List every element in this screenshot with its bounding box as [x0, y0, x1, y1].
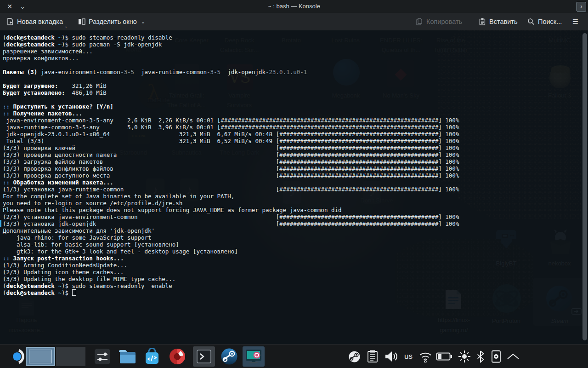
- settings-sliders-icon: [94, 348, 111, 365]
- tray-bluetooth-icon[interactable]: [475, 347, 486, 366]
- taskbar-spectacle-button[interactable]: [243, 346, 265, 367]
- terminal-output: (deck@steamdeck ~)$ sudo steamos-readonl…: [3, 34, 459, 296]
- tray-brightness-icon[interactable]: [457, 347, 472, 366]
- split-window-button[interactable]: Разделить окно ⌄: [78, 13, 145, 30]
- terminal-line: (2/3) установка java-environment-common …: [3, 213, 459, 220]
- terminal-line: For the complete set of Java binaries to…: [3, 193, 459, 200]
- terminal-line: Будет установлено: 486,10 MiB: [3, 89, 459, 96]
- split-window-chevron-icon: ⌄: [141, 19, 145, 25]
- terminal-line: java-rhino: for some JavaScript support: [3, 234, 459, 241]
- terminal-line: [3, 75, 459, 82]
- terminal-line: (3/3) проверка ключей [#################…: [3, 144, 459, 151]
- tray-clipboard-icon[interactable]: [366, 347, 379, 366]
- taskbar-panel: us 15% 15:24 02.01.2026: [0, 344, 588, 368]
- terminal-line: (3/3) установка jdk-openjdk [###########…: [3, 220, 459, 227]
- virtual-desktop-2[interactable]: [56, 347, 85, 366]
- terminal-line: [3, 62, 459, 69]
- terminal-line: :: Обработка изменений пакета...: [3, 179, 459, 186]
- keyboard-layout-label: us: [404, 352, 413, 361]
- hamburger-menu-icon: ≡: [572, 16, 578, 28]
- steam-icon: [220, 348, 238, 365]
- tray-expand-chevron-icon[interactable]: [505, 347, 521, 366]
- titlebar[interactable]: ✕ ⌄ ~ : bash — Konsole ›: [0, 0, 588, 13]
- new-tab-label: Новая вкладка: [17, 18, 63, 25]
- copy-button[interactable]: Копировать: [416, 13, 462, 30]
- terminal-line: Total (3/3) 321,3 MiB 6,52 MiB/s 00:49 […: [3, 138, 459, 144]
- system-settings-button[interactable]: [94, 347, 111, 366]
- terminal-cursor: [72, 289, 76, 296]
- copy-icon: [416, 18, 423, 25]
- terminal-line: :: Получение пакетов...: [3, 110, 459, 117]
- search-icon: [527, 18, 535, 25]
- tray-wifi-icon[interactable]: [418, 347, 433, 366]
- search-button[interactable]: Поиск...: [527, 13, 562, 30]
- terminal-line: [3, 96, 459, 103]
- terminal-line: (deck@steamdeck ~)$ sudo steamos-readonl…: [3, 282, 459, 289]
- taskbar-steam-button[interactable]: [220, 347, 239, 366]
- terminal-line: java-runtime-common-3-5-any 5,0 KiB 3,96…: [3, 124, 459, 131]
- konsole-icon: [196, 349, 212, 364]
- paste-label: Вставить: [489, 18, 517, 25]
- window-title: ~ : bash — Konsole: [0, 0, 588, 13]
- terminal-line: (3/3) проверка доступного места [#######…: [3, 172, 459, 179]
- copy-label: Копировать: [426, 18, 462, 25]
- terminal-line: (1/3) установка java-runtime-common [###…: [3, 186, 459, 193]
- terminal-line: Дополнительные зависимости для 'jdk-open…: [3, 227, 459, 234]
- terminal-view[interactable]: (deck@steamdeck ~)$ sudo steamos-readonl…: [0, 30, 588, 344]
- browser-button[interactable]: [168, 347, 187, 366]
- terminal-line: проверка конфликтов...: [3, 55, 459, 62]
- hamburger-menu-button[interactable]: ≡: [572, 13, 578, 30]
- terminal-line: (3/3) загрузка файлов пакетов [#########…: [3, 158, 459, 165]
- terminal-line: (3/3) проверка целостности пакета [#####…: [3, 151, 459, 158]
- terminal-line: Пакеты (3) java-environment-common-3-5 j…: [3, 69, 459, 75]
- discover-bag-icon: [144, 348, 160, 365]
- terminal-line: Будет загружено: 321,26 MiB: [3, 82, 459, 89]
- terminal-line: (deck@steamdeck ~)$ sudo pacman -S jdk-o…: [3, 41, 459, 48]
- file-manager-button[interactable]: [119, 347, 137, 366]
- tray-keyboard-layout[interactable]: us: [401, 347, 416, 366]
- terminal-line: :: Приступить к установке? [Y/n]: [3, 103, 459, 110]
- terminal-line: разрешение зависимостей...: [3, 48, 459, 55]
- browser-icon: [169, 348, 186, 365]
- tray-battery-icon[interactable]: [435, 347, 453, 366]
- terminal-line: (1/3) Arming ConditionNeedsUpdate...: [3, 262, 459, 269]
- tray-kdeconnect-icon[interactable]: [490, 347, 503, 366]
- terminal-line: (deck@steamdeck ~)$: [3, 289, 459, 296]
- tray-steam-icon[interactable]: [347, 347, 361, 366]
- virtual-desktop-1-window-preview: [29, 350, 52, 363]
- terminal-line: (3/3) Updating the desktop file MIME typ…: [3, 276, 459, 282]
- terminal-line: (deck@steamdeck ~)$ sudo steamos-readonl…: [3, 34, 459, 41]
- terminal-line: java-environment-common-3-5-any 2,6 KiB …: [3, 117, 459, 124]
- terminal-line: gtk3: for the Gtk+ 3 look and feel - des…: [3, 248, 459, 255]
- search-label: Поиск...: [538, 18, 562, 25]
- titlebar-overflow-button[interactable]: ›: [577, 2, 586, 12]
- tray-volume-icon[interactable]: [384, 347, 399, 366]
- terminal-scrollbar-thumb[interactable]: [582, 33, 587, 340]
- terminal-line: (2/3) Updating icon theme caches...: [3, 269, 459, 276]
- terminal-line: you need to re-login or source /etc/prof…: [3, 200, 459, 207]
- terminal-line: :: Запуск post-transaction hooks...: [3, 255, 459, 262]
- discover-store-button[interactable]: [143, 347, 161, 366]
- new-tab-menu-arrow-icon: ⌄: [64, 24, 68, 29]
- application-launcher-button[interactable]: [11, 347, 27, 366]
- new-tab-button[interactable]: Новая вкладка ⌄: [6, 13, 68, 30]
- terminal-line-marker: [0, 220, 1, 227]
- toolbar: Новая вкладка ⌄ Разделить окно ⌄ Копиров…: [0, 13, 588, 30]
- split-window-icon: [78, 18, 85, 25]
- terminal-line: Please note that this package does not s…: [3, 207, 459, 213]
- terminal-line: (3/3) проверка конфликтов файлов [######…: [3, 165, 459, 172]
- paste-button[interactable]: Вставить: [479, 13, 517, 30]
- spectacle-screenshot-icon: [245, 349, 262, 364]
- paste-icon: [479, 18, 486, 25]
- folder-icon: [119, 349, 136, 364]
- split-window-label: Разделить окно: [89, 18, 137, 25]
- terminal-line: alsa-lib: for basic sound support [устан…: [3, 241, 459, 248]
- terminal-scrollbar[interactable]: [582, 31, 588, 343]
- virtual-desktop-1[interactable]: [26, 347, 55, 366]
- terminal-line: jdk-openjdk-23.0.1.u0-1-x86_64 321,3 MiB…: [3, 131, 459, 138]
- konsole-window: ✕ ⌄ ~ : bash — Konsole › Новая вкладка ⌄…: [0, 0, 588, 344]
- new-tab-icon: [6, 18, 14, 25]
- launcher-icon: [11, 348, 27, 365]
- taskbar-konsole-button[interactable]: [193, 346, 215, 367]
